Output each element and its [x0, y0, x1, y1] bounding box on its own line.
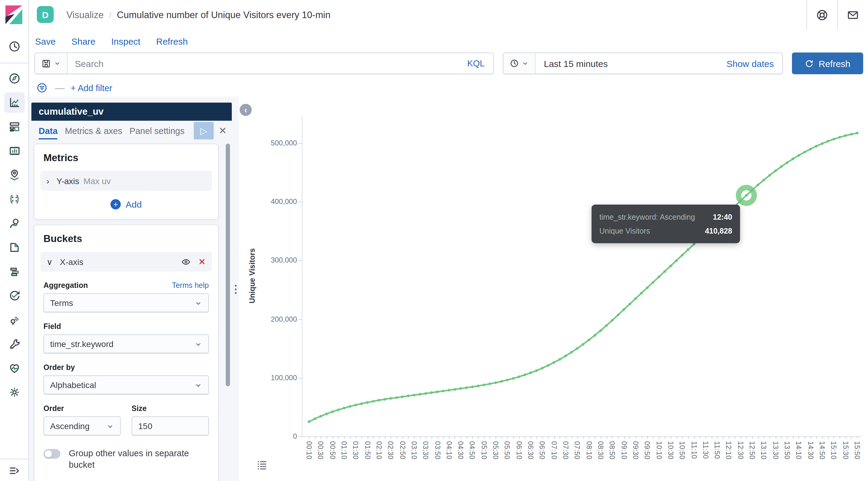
nav-item-maps[interactable] — [4, 165, 25, 185]
chart-tooltip: time_str.keyword: Ascending 12:40 Unique… — [592, 204, 740, 243]
query-language-button[interactable]: KQL — [459, 59, 493, 68]
metric-row-value: Max uv — [84, 176, 111, 186]
nav-item-logs[interactable] — [4, 261, 25, 282]
kibana-logo[interactable] — [5, 5, 22, 24]
panel-resize-handle[interactable] — [235, 285, 237, 294]
bucket-row-label: X-axis — [60, 257, 84, 266]
recently-viewed-icon[interactable] — [4, 36, 25, 57]
nav-item-visualize[interactable] — [4, 92, 25, 113]
buckets-card: Buckets ∨ X-axis ✕ Aggregation Terms hel… — [34, 225, 218, 481]
order-value: Ascending — [50, 421, 106, 431]
add-metric-label: Add — [126, 199, 142, 210]
refresh-link[interactable]: Refresh — [156, 36, 188, 46]
tooltip-series-value: 12:40 — [706, 213, 732, 222]
aggregation-label: Aggregation — [43, 281, 88, 290]
tooltip-metric-label: Unique Visitors — [599, 227, 650, 235]
chevron-down-icon — [194, 381, 202, 389]
add-filter-button[interactable]: + Add filter — [71, 83, 112, 93]
save-button[interactable]: Save — [35, 36, 56, 46]
eye-icon[interactable] — [181, 257, 191, 266]
time-menu-button[interactable] — [503, 53, 535, 74]
share-button[interactable]: Share — [71, 36, 95, 46]
nav-item-discover[interactable] — [4, 68, 25, 89]
terms-help-link[interactable]: Terms help — [172, 281, 209, 290]
legend-toggle-icon[interactable] — [257, 460, 267, 470]
saved-query-menu-button[interactable] — [35, 53, 68, 74]
search-input[interactable] — [68, 58, 459, 68]
remove-bucket-icon[interactable]: ✕ — [198, 256, 206, 267]
nav-collapse-button[interactable] — [0, 459, 28, 481]
breadcrumb-section[interactable]: Visualize — [66, 9, 104, 20]
kibana-app: D Visualize / Cumulative number of Uniqu… — [0, 0, 868, 481]
discard-changes-button[interactable]: ✕ — [214, 122, 232, 139]
date-picker-group: Last 15 minutes Show dates — [503, 53, 783, 74]
newsfeed-button[interactable] — [837, 0, 868, 30]
inspect-button[interactable]: Inspect — [111, 36, 140, 46]
top-header: D Visualize / Cumulative number of Uniqu… — [28, 0, 868, 30]
size-label: Size — [132, 404, 147, 413]
nav-item-management[interactable] — [4, 382, 25, 403]
tab-data[interactable]: Data — [39, 121, 58, 140]
size-input[interactable]: 150 — [132, 416, 209, 436]
play-icon: ▷ — [200, 125, 207, 136]
editor-tabs: Data Metrics & axes Panel settings ▷ ✕ — [31, 121, 232, 140]
order-by-select[interactable]: Alphabetical — [43, 375, 209, 395]
refresh-button[interactable]: Refresh — [792, 53, 863, 74]
order-by-label: Order by — [43, 363, 75, 372]
field-value: time_str.keyword — [50, 339, 194, 349]
field-select[interactable]: time_str.keyword — [43, 334, 209, 354]
editor-scrollbar[interactable] — [226, 143, 230, 386]
nav-item-dev-tools[interactable] — [4, 334, 25, 354]
field-label: Field — [43, 322, 61, 331]
left-nav-rail — [0, 0, 29, 481]
nav-item-stack-monitoring[interactable] — [4, 358, 25, 378]
nav-item-graph[interactable] — [4, 213, 25, 233]
aggregation-select[interactable]: Terms — [43, 293, 209, 313]
group-other-label: Group other values in separate bucket — [69, 448, 209, 471]
buckets-heading: Buckets — [43, 233, 218, 245]
plus-circle-icon: + — [111, 199, 121, 210]
space-badge[interactable]: D — [37, 6, 54, 23]
time-range-value[interactable]: Last 15 minutes — [535, 58, 726, 68]
show-dates-button[interactable]: Show dates — [726, 58, 782, 68]
line-chart[interactable] — [239, 97, 868, 481]
query-bar: KQL Last 15 minutes Show dates Refresh — [28, 53, 868, 79]
help-button[interactable] — [806, 0, 837, 30]
visualize-toolbar: Save Share Inspect Refresh — [28, 30, 868, 53]
metrics-heading: Metrics — [43, 152, 218, 164]
save-query-icon — [41, 58, 51, 68]
add-metric-button[interactable]: + Add — [34, 199, 218, 210]
metric-y-axis-row[interactable]: › Y-axis Max uv — [40, 171, 212, 191]
nav-item-apm[interactable] — [4, 310, 25, 330]
page-title: Cumulative number of Unique Visitors eve… — [117, 9, 331, 20]
search-bar-group: KQL — [34, 53, 494, 74]
nav-item-uptime[interactable] — [4, 285, 25, 306]
nav-divider — [0, 63, 28, 63]
nav-item-metrics[interactable] — [4, 237, 25, 258]
group-other-toggle[interactable] — [43, 449, 60, 459]
aggregation-value: Terms — [50, 298, 194, 308]
nav-item-dashboard[interactable] — [4, 117, 25, 137]
refresh-button-label: Refresh — [818, 58, 850, 68]
nav-item-canvas[interactable] — [4, 140, 25, 161]
filter-bar: — + Add filter — [28, 79, 868, 97]
chevron-down-icon: ∨ — [46, 257, 53, 266]
filter-icon[interactable] — [36, 82, 48, 94]
chevron-down-icon — [54, 60, 61, 67]
size-value: 150 — [138, 421, 202, 431]
nav-item-machine-learning[interactable] — [4, 189, 25, 210]
order-select[interactable]: Ascending — [43, 416, 121, 436]
tab-metrics-axes[interactable]: Metrics & axes — [65, 121, 122, 140]
collapse-editor-button[interactable]: ‹ — [240, 104, 252, 116]
tab-panel-settings[interactable]: Panel settings — [129, 121, 184, 140]
main-content: cumulative_uv Data Metrics & axes Panel … — [28, 97, 868, 481]
apply-changes-button[interactable]: ▷ — [194, 122, 214, 139]
mail-icon — [846, 8, 860, 22]
life-ring-icon — [815, 8, 829, 22]
chevron-down-icon — [522, 60, 529, 67]
metric-row-label: Y-axis — [56, 176, 79, 186]
vis-panel-title: cumulative_uv — [31, 103, 232, 121]
order-by-value: Alphabetical — [50, 380, 194, 390]
tooltip-metric-value: 410,828 — [698, 227, 732, 235]
bucket-x-axis-row[interactable]: ∨ X-axis ✕ — [40, 252, 212, 271]
